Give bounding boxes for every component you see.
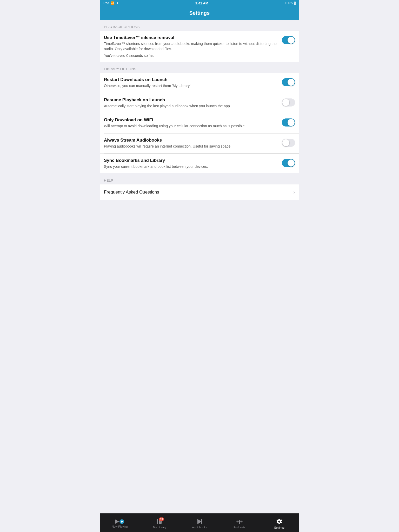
setting-title-stream: Always Stream Audiobooks xyxy=(104,138,277,143)
setting-desc-restart: Otherwise, you can manually restart them… xyxy=(104,83,277,89)
setting-text-restart: Restart Downloads on Launch Otherwise, y… xyxy=(104,77,282,89)
setting-title-sync: Sync Bookmarks and Library xyxy=(104,158,277,163)
setting-row-restart-downloads: Restart Downloads on Launch Otherwise, y… xyxy=(100,73,299,93)
setting-text-stream: Always Stream Audiobooks Playing audiobo… xyxy=(104,138,282,149)
toggle-knob-sync xyxy=(288,159,295,167)
faq-title: Frequently Asked Questions xyxy=(104,190,159,195)
setting-desc-stream: Playing audiobooks will require an inter… xyxy=(104,144,277,149)
chevron-right-icon: › xyxy=(293,189,295,195)
toggle-resume-playback[interactable] xyxy=(282,98,295,107)
section-header-playback: PLAYBACK OPTIONS xyxy=(100,20,299,31)
signal-icon: ✦ xyxy=(116,1,119,5)
toggle-switch-stream[interactable] xyxy=(282,139,295,147)
battery-label: 100% xyxy=(285,1,293,5)
setting-row-timesaver: Use TimeSaver™ silence removal TimeSaver… xyxy=(100,31,299,62)
section-playback: Use TimeSaver™ silence removal TimeSaver… xyxy=(100,31,299,62)
setting-desc-sync: Sync your current bookmark and book list… xyxy=(104,164,277,169)
section-header-library: LIBRARY OPTIONS xyxy=(100,62,299,73)
toggle-knob-timesaver xyxy=(288,37,295,44)
setting-extra-timesaver: You've saved 0 seconds so far. xyxy=(104,54,277,58)
toggle-knob-wifi xyxy=(288,119,295,126)
setting-desc-resume: Automatically start playing the last pla… xyxy=(104,104,277,109)
status-left: iPad 📶 ✦ xyxy=(103,1,119,5)
toggle-restart-downloads[interactable] xyxy=(282,78,295,86)
faq-row[interactable]: Frequently Asked Questions › xyxy=(100,184,299,200)
toggle-wifi-only[interactable] xyxy=(282,118,295,127)
setting-row-wifi-only: Only Download on WiFi Will attempt to av… xyxy=(100,113,299,133)
section-library: Restart Downloads on Launch Otherwise, y… xyxy=(100,73,299,173)
setting-text-sync: Sync Bookmarks and Library Sync your cur… xyxy=(104,158,282,169)
status-right: 100% ▓ xyxy=(285,1,296,5)
setting-row-sync-bookmarks: Sync Bookmarks and Library Sync your cur… xyxy=(100,154,299,174)
toggle-switch-resume[interactable] xyxy=(282,98,295,107)
device-label: iPad xyxy=(103,1,109,5)
setting-title-resume: Resume Playback on Launch xyxy=(104,97,277,103)
section-help: Frequently Asked Questions › xyxy=(100,184,299,200)
setting-text-resume: Resume Playback on Launch Automatically … xyxy=(104,97,282,109)
setting-desc-timesaver: TimeSaver™ shortens silences from your a… xyxy=(104,41,277,51)
toggle-sync-bookmarks[interactable] xyxy=(282,159,295,167)
setting-title-wifi: Only Download on WiFi xyxy=(104,117,277,123)
toggle-switch-sync[interactable] xyxy=(282,159,295,167)
setting-desc-wifi: Will attempt to avoid downloading using … xyxy=(104,124,277,129)
toggle-knob-restart xyxy=(288,79,295,86)
toggle-switch-wifi[interactable] xyxy=(282,118,295,127)
settings-content: PLAYBACK OPTIONS Use TimeSaver™ silence … xyxy=(100,20,299,221)
status-bar: iPad 📶 ✦ 9:41 AM 100% ▓ xyxy=(100,0,299,6)
toggle-switch-restart[interactable] xyxy=(282,78,295,86)
setting-text-timesaver: Use TimeSaver™ silence removal TimeSaver… xyxy=(104,35,282,58)
toggle-timesaver[interactable] xyxy=(282,36,295,44)
wifi-icon: 📶 xyxy=(111,1,115,5)
setting-text-wifi: Only Download on WiFi Will attempt to av… xyxy=(104,117,282,129)
toggle-always-stream[interactable] xyxy=(282,139,295,147)
page-header: Settings xyxy=(100,6,299,20)
toggle-knob-stream xyxy=(282,139,289,146)
page-title: Settings xyxy=(189,10,210,16)
battery-icon: ▓ xyxy=(294,1,296,5)
setting-row-resume-playback: Resume Playback on Launch Automatically … xyxy=(100,93,299,113)
section-header-help: HELP xyxy=(100,173,299,184)
toggle-knob-resume xyxy=(282,99,289,106)
setting-title-restart: Restart Downloads on Launch xyxy=(104,77,277,82)
setting-row-always-stream: Always Stream Audiobooks Playing audiobo… xyxy=(100,134,299,154)
status-time: 9:41 AM xyxy=(195,1,208,5)
toggle-switch-timesaver[interactable] xyxy=(282,36,295,44)
setting-title-timesaver: Use TimeSaver™ silence removal xyxy=(104,35,277,40)
